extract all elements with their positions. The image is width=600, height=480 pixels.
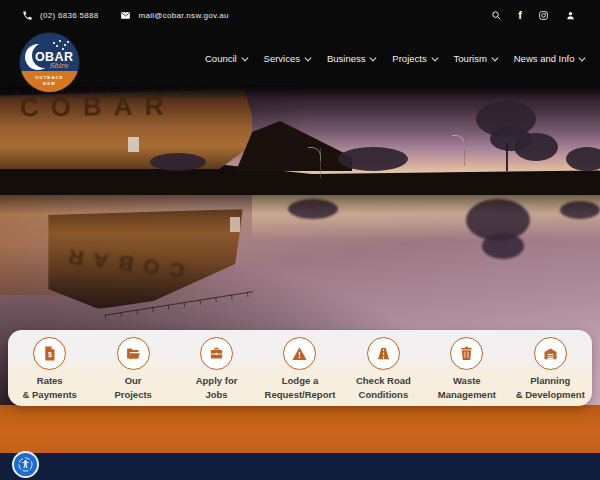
folder-icon	[125, 345, 142, 362]
chevron-down-icon	[431, 54, 437, 60]
quicklink-circle	[117, 337, 150, 370]
street-lamp	[452, 135, 465, 149]
white-shed	[128, 137, 139, 152]
quicklink-circle	[200, 337, 233, 370]
quicklink-circle	[283, 337, 316, 370]
quicklink-label: Lodge aRequest/Report	[265, 374, 336, 402]
chevron-down-icon	[241, 54, 247, 60]
quicklink-label: WasteManagement	[438, 374, 496, 402]
quicklink-circle	[367, 337, 400, 370]
invoice-icon: $	[41, 345, 58, 362]
quicklink-lodge-request[interactable]: Lodge aRequest/Report	[258, 330, 341, 406]
quicklink-label: Rates& Payments	[23, 374, 77, 402]
tree-silhouette	[514, 133, 558, 161]
mail-icon	[120, 10, 131, 21]
main-nav: Council Services Business Projects Touri…	[205, 45, 584, 71]
nav-item-tourism[interactable]: Tourism	[454, 53, 497, 64]
quicklink-circle: $	[33, 337, 66, 370]
accessibility-icon	[18, 457, 33, 472]
footer	[0, 453, 600, 480]
nav-item-business[interactable]: Business	[327, 53, 375, 64]
quicklink-road-conditions[interactable]: Check RoadConditions	[342, 330, 425, 406]
street-lamp	[308, 147, 321, 161]
chevron-down-icon	[305, 54, 311, 60]
bush-silhouette	[338, 147, 408, 171]
nav-item-projects[interactable]: Projects	[392, 53, 436, 64]
quicklink-our-projects[interactable]: OurProjects	[91, 330, 174, 406]
chevron-down-icon	[579, 54, 585, 60]
accessibility-widget-button[interactable]	[12, 451, 39, 478]
nav-label: Council	[205, 53, 237, 64]
site-logo[interactable]: OBAR Shire OUTBACKNSW	[20, 33, 79, 92]
instagram-link[interactable]	[538, 10, 549, 21]
account-link[interactable]	[565, 10, 576, 21]
orange-section	[0, 405, 600, 453]
hero-top-fade	[0, 85, 600, 99]
quicklink-circle	[450, 337, 483, 370]
stars-icon	[53, 42, 55, 44]
search-button[interactable]	[491, 10, 502, 21]
svg-text:$: $	[48, 351, 52, 359]
bush-silhouette	[566, 147, 600, 171]
quicklink-planning-development[interactable]: Planning& Development	[509, 330, 592, 406]
quicklink-circle	[534, 337, 567, 370]
facebook-icon: f	[518, 10, 522, 21]
bush-silhouette	[150, 153, 206, 171]
nav-label: Projects	[392, 53, 426, 64]
quicklink-label: Planning& Development	[516, 374, 585, 402]
quicklink-rates-payments[interactable]: $ Rates& Payments	[8, 330, 91, 406]
instagram-icon	[538, 10, 549, 21]
chevron-down-icon	[370, 54, 376, 60]
nav-item-services[interactable]: Services	[264, 53, 310, 64]
topbar: (02) 6836 5888 mail@cobar.nsw.gov.au f	[0, 0, 600, 30]
tree-trunk	[506, 143, 508, 171]
road-icon	[375, 345, 392, 362]
quicklink-apply-for-jobs[interactable]: Apply forJobs	[175, 330, 258, 406]
page: (02) 6836 5888 mail@cobar.nsw.gov.au f C…	[0, 0, 600, 480]
quicklink-waste-management[interactable]: WasteManagement	[425, 330, 508, 406]
phone-icon	[22, 10, 33, 21]
nav-item-news-and-info[interactable]: News and Info	[514, 53, 584, 64]
nav-label: Business	[327, 53, 366, 64]
email-link[interactable]: mail@cobar.nsw.gov.au	[120, 10, 228, 21]
quick-links-card: $ Rates& Payments OurProjects Apply forJ…	[8, 330, 592, 406]
phone-link[interactable]: (02) 6836 5888	[22, 10, 98, 21]
quicklink-label: OurProjects	[114, 374, 152, 402]
user-icon	[565, 10, 576, 21]
phone-number: (02) 6836 5888	[40, 11, 98, 20]
quicklink-label: Check RoadConditions	[356, 374, 411, 402]
nav-label: Services	[264, 53, 300, 64]
nav-item-council[interactable]: Council	[205, 53, 246, 64]
logo-shire-text: Shire	[49, 62, 68, 70]
chevron-down-icon	[492, 54, 498, 60]
quicklink-label: Apply forJobs	[196, 374, 238, 402]
nav-label: News and Info	[514, 53, 575, 64]
topbar-actions: f	[491, 10, 576, 21]
warning-icon	[291, 345, 308, 362]
trash-icon	[458, 345, 475, 362]
briefcase-icon	[208, 345, 225, 362]
nav-label: Tourism	[454, 53, 487, 64]
email-address: mail@cobar.nsw.gov.au	[138, 11, 228, 20]
facebook-link[interactable]: f	[518, 10, 522, 21]
search-icon	[491, 10, 502, 21]
building-icon	[542, 345, 559, 362]
